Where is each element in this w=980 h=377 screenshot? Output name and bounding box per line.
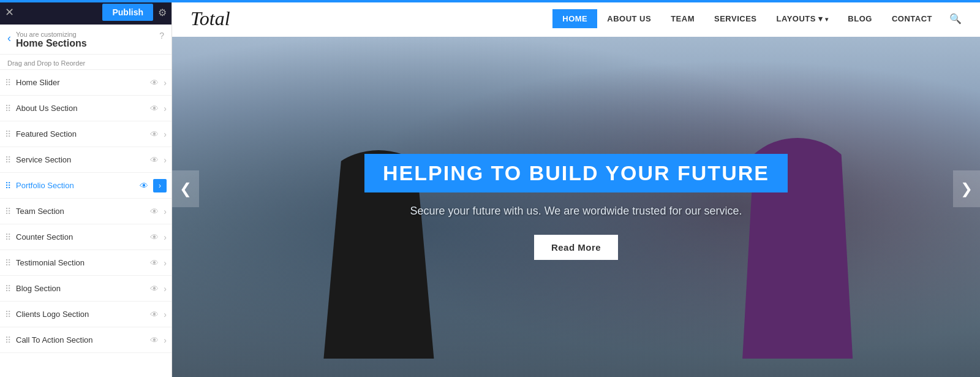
nav-link-services[interactable]: SERVICES xyxy=(704,9,767,28)
drag-handle-icon: ⠿ xyxy=(5,207,11,216)
drag-handle-icon: ⠿ xyxy=(5,181,11,191)
section-item-label: Counter Section xyxy=(16,232,150,242)
nav-link-team[interactable]: TEAM xyxy=(661,9,704,28)
visibility-eye-icon[interactable]: 👁 xyxy=(150,207,159,216)
chevron-right-icon[interactable]: › xyxy=(164,104,167,113)
hero-next-arrow-button[interactable]: ❯ xyxy=(953,170,980,207)
main-preview-area: Total HOMEABOUT USTEAMSERVICESLAYOUTS ▾B… xyxy=(172,0,980,377)
sidebar-item-blog-section[interactable]: ⠿Blog Section👁› xyxy=(0,276,172,302)
section-item-label: Home Slider xyxy=(16,78,150,87)
drag-handle-icon: ⠿ xyxy=(5,155,11,165)
sidebar-item-call-to-action-section[interactable]: ⠿Call To Action Section👁› xyxy=(0,327,172,353)
drag-handle-icon: ⠿ xyxy=(5,232,11,242)
section-item-label: Team Section xyxy=(16,207,150,216)
visibility-eye-icon[interactable]: 👁 xyxy=(150,155,159,165)
hero-center-content: HELPING TO BUILD YOUR FUTURE Secure your… xyxy=(364,117,788,260)
nav-links-container: HOMEABOUT USTEAMSERVICESLAYOUTS ▾BLOGCON… xyxy=(552,9,942,28)
customizing-info: You are customizing Home Sections xyxy=(16,31,87,49)
section-item-label: Service Section xyxy=(16,155,150,164)
back-arrow-icon[interactable]: ‹ xyxy=(7,32,11,45)
section-item-label: Testimonial Section xyxy=(16,258,150,267)
site-navigation: Total HOMEABOUT USTEAMSERVICESLAYOUTS ▾B… xyxy=(172,0,980,37)
chevron-right-icon[interactable]: › xyxy=(164,232,167,242)
sidebar-item-home-slider[interactable]: ⠿Home Slider👁› xyxy=(0,70,172,96)
visibility-eye-icon[interactable]: 👁 xyxy=(150,258,159,268)
help-icon[interactable]: ? xyxy=(159,31,164,40)
chevron-right-icon[interactable]: › xyxy=(164,258,167,268)
sidebar-item-counter-section[interactable]: ⠿Counter Section👁› xyxy=(0,224,172,250)
drag-handle-icon: ⠿ xyxy=(5,104,11,113)
chevron-right-icon[interactable]: › xyxy=(164,155,167,165)
section-item-label: Portfolio Section xyxy=(16,181,140,190)
sidebar-header: ‹ You are customizing Home Sections ? xyxy=(0,25,172,55)
hero-section: HELPING TO BUILD YOUR FUTURE Secure your… xyxy=(172,0,980,377)
hero-title-box: HELPING TO BUILD YOUR FUTURE xyxy=(364,154,788,192)
chevron-right-icon[interactable]: › xyxy=(164,335,167,345)
drag-handle-icon: ⠿ xyxy=(5,258,11,268)
sidebar-item-service-section[interactable]: ⠿Service Section👁› xyxy=(0,147,172,173)
visibility-eye-icon[interactable]: 👁 xyxy=(150,335,159,345)
hero-prev-arrow-button[interactable]: ❮ xyxy=(172,170,199,207)
sidebar-item-testimonial-section[interactable]: ⠿Testimonial Section👁› xyxy=(0,250,172,276)
sidebar-item-about-us-section[interactable]: ⠿About Us Section👁› xyxy=(0,96,172,121)
settings-gear-button[interactable]: ⚙ xyxy=(158,7,167,18)
visibility-eye-icon[interactable]: 👁 xyxy=(150,284,159,294)
nav-link-blog[interactable]: BLOG xyxy=(838,9,882,28)
section-item-label: Call To Action Section xyxy=(16,335,150,345)
visibility-eye-icon[interactable]: 👁 xyxy=(140,181,148,191)
hero-subtitle: Secure your future with us. We are wordw… xyxy=(392,205,760,218)
sidebar-sections-list: ⠿Home Slider👁›⠿About Us Section👁›⠿Featur… xyxy=(0,70,172,377)
nav-link-home[interactable]: HOME xyxy=(552,9,597,28)
hero-read-more-button[interactable]: Read More xyxy=(534,235,618,260)
nav-link-contact[interactable]: CONTACT xyxy=(882,9,942,28)
sidebar-item-featured-section[interactable]: ⠿Featured Section👁› xyxy=(0,121,172,147)
visibility-eye-icon[interactable]: 👁 xyxy=(150,78,159,88)
drag-hint: Drag and Drop to Reorder xyxy=(0,55,172,70)
section-item-label: About Us Section xyxy=(16,104,150,113)
publish-area: Publish ⚙ xyxy=(102,4,167,21)
visibility-eye-icon[interactable]: 👁 xyxy=(150,310,159,319)
drag-handle-icon: ⠿ xyxy=(5,129,11,139)
site-logo: Total xyxy=(190,7,230,30)
customizing-label: You are customizing xyxy=(16,31,87,38)
chevron-right-icon[interactable]: › xyxy=(153,179,167,192)
sections-title: Home Sections xyxy=(16,38,87,49)
sidebar-item-portfolio-section[interactable]: ⠿Portfolio Section👁› xyxy=(0,173,172,199)
chevron-right-icon[interactable]: › xyxy=(164,129,167,139)
drag-handle-icon: ⠿ xyxy=(5,78,11,88)
drag-handle-icon: ⠿ xyxy=(5,310,11,319)
visibility-eye-icon[interactable]: 👁 xyxy=(150,129,159,139)
top-accent-bar xyxy=(0,0,980,2)
chevron-right-icon[interactable]: › xyxy=(164,310,167,319)
sidebar-item-clients-logo-section[interactable]: ⠿Clients Logo Section👁› xyxy=(0,302,172,327)
drag-handle-icon: ⠿ xyxy=(5,284,11,294)
hero-title: HELPING TO BUILD YOUR FUTURE xyxy=(383,161,769,185)
chevron-right-icon[interactable]: › xyxy=(164,78,167,88)
publish-button[interactable]: Publish xyxy=(102,4,153,21)
nav-link-layouts[interactable]: LAYOUTS ▾ xyxy=(767,9,839,28)
search-icon[interactable]: 🔍 xyxy=(949,13,962,25)
chevron-right-icon[interactable]: › xyxy=(164,207,167,216)
section-item-label: Featured Section xyxy=(16,129,150,139)
nav-link-about-us[interactable]: ABOUT US xyxy=(597,9,661,28)
sidebar-toolbar: ✕ Publish ⚙ xyxy=(0,0,172,25)
chevron-right-icon[interactable]: › xyxy=(164,284,167,294)
visibility-eye-icon[interactable]: 👁 xyxy=(150,232,159,242)
section-item-label: Blog Section xyxy=(16,284,150,293)
section-item-label: Clients Logo Section xyxy=(16,310,150,319)
sidebar-panel: ✕ Publish ⚙ ‹ You are customizing Home S… xyxy=(0,0,172,377)
close-button[interactable]: ✕ xyxy=(5,7,14,18)
visibility-eye-icon[interactable]: 👁 xyxy=(150,104,159,113)
drag-handle-icon: ⠿ xyxy=(5,335,11,345)
sidebar-item-team-section[interactable]: ⠿Team Section👁› xyxy=(0,199,172,224)
